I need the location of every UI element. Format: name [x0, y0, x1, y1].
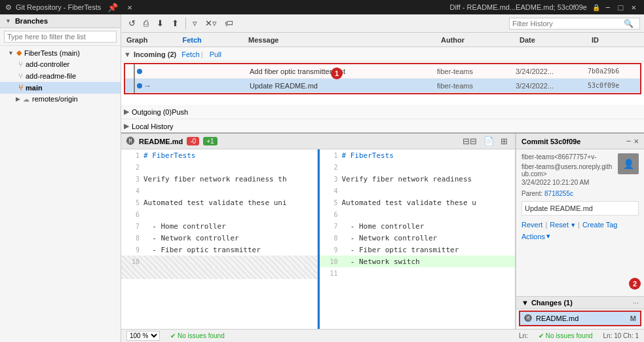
list-item[interactable]: 🅜 README.md M — [520, 312, 640, 325]
sidebar-item-add-controller[interactable]: ⑂ add-controller — [0, 58, 121, 70]
diff-line: 6 — [320, 208, 516, 220]
outgoing-collapse-icon[interactable]: ▶ — [124, 107, 129, 116]
sidebar-header: ▼ Branches — [0, 14, 121, 28]
pull-button[interactable]: ⬇ — [153, 16, 167, 30]
author-col-label: Author — [441, 36, 464, 44]
changes-collapse-icon[interactable]: ▼ — [521, 299, 529, 307]
actions-link[interactable]: Actions — [521, 233, 545, 240]
search-icon: 🔍 — [624, 19, 634, 28]
sidebar-item-remotes[interactable]: ▶ ☁ remotes/origin — [0, 94, 121, 104]
avatar: 👤 — [618, 153, 639, 174]
left-status-text: No issues found — [178, 332, 225, 339]
title-bar-left: ⚙ Git Repository - FiberTests 📌 × — [5, 3, 135, 12]
vert-line-2 — [134, 79, 135, 93]
filter-clear-button[interactable]: ✕▿ — [202, 16, 220, 30]
sidebar-filter[interactable] — [0, 28, 121, 46]
filter-history-input[interactable] — [512, 20, 624, 28]
date-col-header: Date — [520, 36, 592, 44]
push-link[interactable]: Push — [172, 108, 188, 116]
diff-settings-icon[interactable]: ⊞ — [499, 136, 510, 147]
incoming-collapse-icon[interactable]: ▼ — [124, 50, 131, 58]
diff-line: 7 - Home controller — [320, 220, 516, 232]
table-row[interactable]: → Update README.md fiber-teams 3/24/2022… — [125, 79, 640, 93]
action-sep-2: | — [578, 221, 580, 229]
pull-link[interactable]: Pull — [210, 50, 221, 58]
info-panel-title: Commit 53c0f09e — [521, 138, 581, 145]
sidebar-tree: ▼ ◆ FiberTests (main) ⑂ add-controller ⑂… — [0, 46, 121, 342]
maximize-button[interactable]: □ — [616, 3, 626, 12]
diff-line: 10 — [121, 256, 317, 267]
info-panel-close-btns: − × — [626, 136, 639, 146]
bottom-area: 🅜 README.md -0 +1 ⊟⊟ 📄 ⊞ 1# FiberTests 2 — [121, 132, 644, 329]
parent-label: Parent: — [521, 190, 542, 197]
pin-button[interactable]: 📌 — [105, 3, 121, 12]
close-window-button[interactable]: × — [628, 3, 639, 12]
fetch-link-top[interactable]: Fetch — [182, 36, 201, 44]
diff-line: 3Verify fiber network readiness — [320, 173, 516, 185]
fetch-all-button[interactable]: ⎙ — [140, 16, 152, 30]
filter-history-box[interactable]: 🔍 — [509, 18, 640, 29]
reset-arrow[interactable]: ▾ — [571, 221, 575, 229]
status-ok-icon: ✔ — [170, 332, 176, 339]
diff-content: 1# FiberTests 2 3Verify fiber network re… — [121, 149, 515, 329]
info-author-text: fiber-teams<86677757+v- fiber-teams@user… — [521, 153, 613, 186]
info-commit-message: Update README.md — [521, 201, 639, 216]
table-row[interactable]: Add fiber optic transmitter test fiber-t… — [125, 64, 640, 79]
zoom-select[interactable]: 100 % 75 % 125 % — [126, 331, 160, 341]
parent-link[interactable]: 8718255c — [544, 190, 573, 197]
commit-date-1: 3/24/2022... — [516, 67, 588, 75]
reset-link[interactable]: Reset — [550, 221, 569, 229]
title-bar-left-text: Git Repository - FiberTests — [16, 3, 101, 11]
diff-line: 4 — [320, 185, 516, 197]
branches-expand-icon: ▼ — [5, 18, 11, 24]
graph-line-2: → — [132, 79, 151, 93]
diff-line: 3Verify fiber network readiness th — [121, 173, 317, 185]
info-email: fiber-teams@users.noreply.github.com> — [521, 163, 613, 178]
incoming-section-header: ▼ Incoming (2) Fetch | Pull — [121, 47, 644, 62]
info-panel-close-btn[interactable]: × — [634, 136, 639, 146]
push-button[interactable]: ⬆ — [168, 16, 182, 30]
actions-arrow[interactable]: ▾ — [546, 232, 550, 240]
diff-left-side: 1# FiberTests 2 3Verify fiber network re… — [121, 149, 318, 329]
local-history-collapse-icon[interactable]: ▶ — [124, 122, 129, 130]
file-status: M — [630, 314, 636, 322]
diff-copy-icon[interactable]: 📄 — [482, 136, 496, 147]
commit-graph-cell-1 — [125, 64, 250, 79]
fibertests-label: FiberTests (main) — [24, 49, 80, 57]
diff-line: 5Automated test validate these u — [320, 197, 516, 208]
sidebar-item-fibertests[interactable]: ▼ ◆ FiberTests (main) — [0, 47, 121, 58]
message-col-header: Message — [246, 36, 441, 44]
filter-button[interactable]: ▿ — [189, 16, 200, 30]
create-tag-link[interactable]: Create Tag — [582, 221, 618, 229]
sidebar-filter-input[interactable] — [4, 31, 117, 43]
tag-button[interactable]: 🏷 — [221, 16, 237, 30]
info-panel-minimize-btn[interactable]: − — [626, 136, 632, 146]
date-col-label: Date — [520, 36, 535, 44]
toolbar: ↺ ⎙ ⬇ ⬆ ▿ ✕▿ 🏷 🔍 — [121, 14, 644, 33]
diff-removed-badge: -0 — [187, 137, 199, 145]
diff-line: 6 — [121, 208, 317, 220]
git-icon: ⚙ — [5, 3, 12, 12]
fetch-link[interactable]: Fetch — [181, 50, 200, 58]
diff-inline-icon[interactable]: ⊟⊟ — [461, 136, 479, 147]
incoming-label-text: Incoming (2) — [134, 50, 176, 58]
restore-button[interactable]: − — [603, 3, 613, 12]
id-col-label: ID — [592, 36, 599, 44]
status-ok-icon-2: ✔ — [539, 332, 544, 339]
local-history-label: Local History — [132, 123, 174, 130]
diff-line: 9 - Fiber optic transmitter — [320, 244, 516, 256]
sidebar-item-main[interactable]: ⑂ main — [0, 82, 121, 94]
actions-row: Actions ▾ — [521, 232, 639, 240]
branch-icon-add-readme: ⑂ — [18, 71, 23, 81]
arrow-icon: → — [143, 81, 151, 90]
revert-link[interactable]: Revert — [521, 221, 542, 229]
commit-dot-1 — [137, 69, 142, 74]
info-panel: Commit 53c0f09e − × fiber-teams<86677757… — [516, 134, 644, 329]
minimize-tab-button[interactable]: × — [124, 3, 135, 12]
changes-more-btn[interactable]: ··· — [633, 299, 639, 307]
refresh-button[interactable]: ↺ — [125, 16, 139, 30]
diff-line: 1# FiberTests — [320, 149, 516, 161]
sidebar-item-add-readme[interactable]: ⑂ add-readme-file — [0, 70, 121, 82]
commit-author-2: fiber-teams — [437, 82, 516, 90]
incoming-commits-box: Add fiber optic transmitter test fiber-t… — [124, 63, 641, 94]
